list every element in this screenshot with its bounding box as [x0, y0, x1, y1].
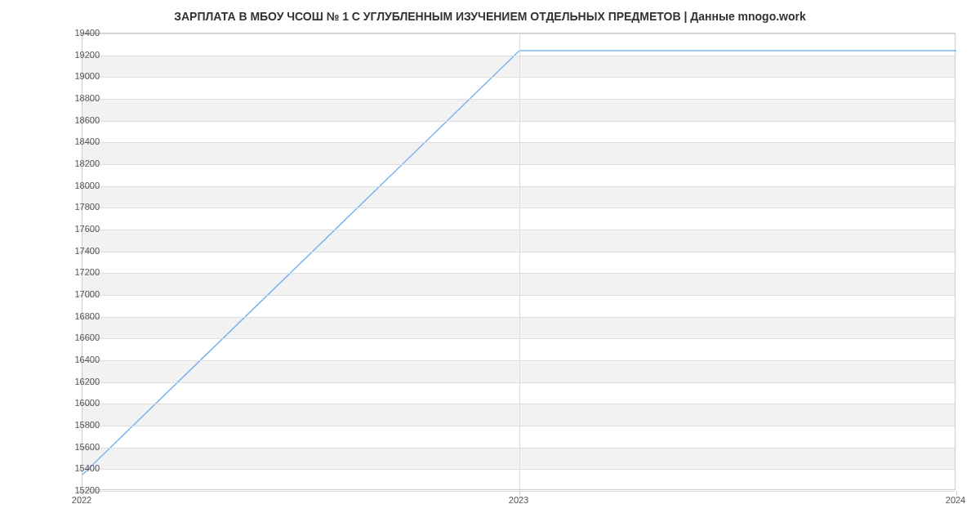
chart-gridline-h [82, 491, 955, 492]
chart-ytick-label: 15600 [51, 442, 100, 452]
chart-gridline-h [82, 426, 955, 426]
chart-xtick-label: 2022 [72, 495, 91, 505]
chart-ytick-label: 17600 [51, 224, 100, 234]
chart-ytick-label: 15200 [51, 485, 100, 495]
chart-ytick-label: 16200 [51, 377, 100, 386]
chart-ytick-label: 18400 [51, 136, 100, 146]
chart-ytick-label: 16000 [51, 398, 100, 408]
chart-gridline-h [82, 164, 955, 165]
chart-gridline-h [82, 317, 955, 318]
chart-ytick-label: 19200 [51, 50, 100, 60]
chart-ytick-label: 15800 [51, 420, 100, 430]
chart-ytick-label: 17400 [51, 246, 100, 256]
chart-ytick-label: 16600 [51, 332, 100, 342]
chart-plot-area [82, 33, 956, 490]
chart-xtick-label: 2024 [946, 495, 965, 505]
chart-gridline-h [82, 230, 955, 230]
chart-ytick-label: 19000 [51, 71, 100, 81]
chart-gridline-h [82, 360, 955, 361]
chart-gridline-h [82, 469, 955, 470]
chart-plot-frame [82, 33, 956, 490]
chart-ytick-label: 18000 [51, 181, 100, 190]
chart-gridline-h [82, 56, 955, 56]
chart-ytick-label: 18800 [51, 93, 100, 103]
chart-ytick-label: 15400 [51, 463, 100, 473]
chart-gridline-h [82, 252, 955, 252]
chart-ytick-label: 19400 [51, 28, 100, 38]
chart-xtick-label: 2023 [509, 495, 528, 505]
chart-gridline-h [82, 448, 955, 448]
chart-ytick-label: 17800 [51, 202, 100, 212]
chart-gridline-h [82, 207, 955, 208]
chart-ytick-label: 18600 [51, 115, 100, 125]
chart-gridline-h [82, 382, 955, 383]
chart-gridline-h [82, 99, 955, 100]
chart-ytick-label: 18200 [51, 158, 100, 168]
chart-gridline-h [82, 186, 955, 187]
chart-gridline-h [82, 295, 955, 296]
chart-ytick-label: 17000 [51, 289, 100, 299]
chart-ytick-label: 16400 [51, 355, 100, 364]
chart-gridline-h [82, 33, 955, 34]
chart-gridline-h [82, 142, 955, 143]
chart-ytick-label: 16800 [51, 311, 100, 321]
chart-gridline-h [82, 338, 955, 339]
chart-title: ЗАРПЛАТА В МБОУ ЧСОШ № 1 С УГЛУБЛЕННЫМ И… [0, 0, 980, 29]
chart-gridline-h [82, 404, 955, 404]
chart-ytick-label: 17200 [51, 267, 100, 277]
chart-gridline-h [82, 77, 955, 78]
chart-gridline-h [82, 121, 955, 122]
chart-gridline-h [82, 273, 955, 274]
chart-gridline-v [519, 33, 520, 489]
